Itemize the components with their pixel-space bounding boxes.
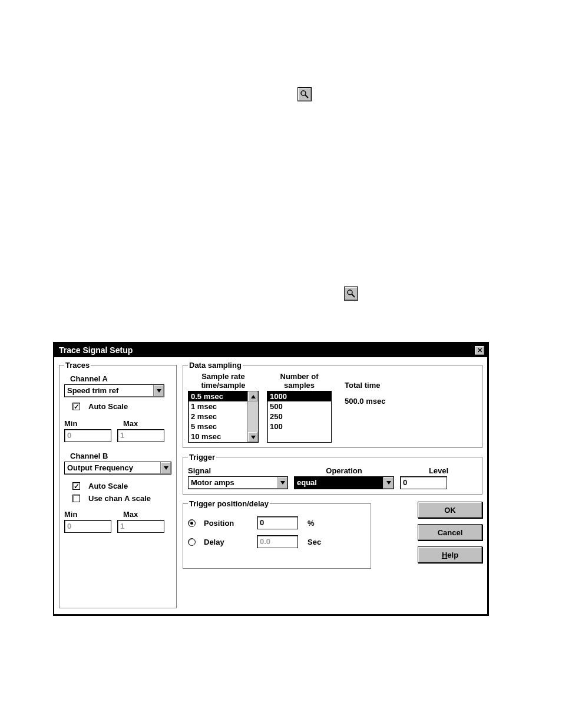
num-samples-items: 1000 500 250 100 bbox=[267, 391, 331, 442]
min-b-input[interactable]: 0 bbox=[64, 520, 111, 533]
delay-input[interactable]: 0.0 bbox=[257, 535, 298, 548]
titlebar: Trace Signal Setup ✕ bbox=[54, 343, 487, 357]
close-icon: ✕ bbox=[477, 347, 482, 354]
data-sampling-group: Data sampling Sample rate time/sample 0.… bbox=[183, 361, 482, 448]
sample-rate-header: Sample rate time/sample bbox=[188, 372, 259, 390]
dropdown-icon bbox=[277, 477, 287, 489]
cancel-button[interactable]: Cancel bbox=[418, 524, 482, 541]
list-item[interactable]: 0.5 msec bbox=[189, 391, 247, 401]
list-item[interactable]: 1 msec bbox=[189, 401, 247, 411]
dropdown-icon bbox=[153, 385, 164, 397]
channel-b-value: Output Frequency bbox=[65, 462, 160, 474]
list-item[interactable]: 10 msec bbox=[189, 431, 247, 442]
position-unit: % bbox=[308, 519, 315, 528]
list-item[interactable]: 5 msec bbox=[189, 421, 247, 431]
delay-unit: Sec bbox=[308, 538, 321, 546]
list-item[interactable]: 250 bbox=[267, 411, 331, 421]
trigger-group: Trigger Signal Operation Level Motor amp… bbox=[183, 453, 482, 495]
ok-button[interactable]: OK bbox=[418, 502, 482, 518]
scroll-up-icon[interactable] bbox=[248, 391, 258, 401]
svg-line-3 bbox=[352, 294, 355, 297]
svg-point-0 bbox=[301, 91, 306, 95]
num-samples-header: Number of samples bbox=[267, 372, 332, 390]
trigger-level-input[interactable]: 0 bbox=[400, 476, 447, 489]
sample-rate-listbox[interactable]: 0.5 msec 1 msec 2 msec 5 msec 10 msec bbox=[188, 391, 259, 443]
min-a-label: Min bbox=[64, 419, 117, 428]
max-a-label: Max bbox=[123, 419, 138, 428]
magnifier-tool-button-1[interactable] bbox=[297, 87, 312, 101]
trigger-operation-label: Operation bbox=[294, 466, 394, 475]
close-button[interactable]: ✕ bbox=[474, 345, 485, 355]
trace-signal-setup-dialog: Trace Signal Setup ✕ Traces Channel A Sp… bbox=[53, 342, 489, 616]
magnifier-icon bbox=[300, 90, 309, 99]
max-a-input[interactable]: 1 bbox=[117, 429, 164, 442]
position-radio[interactable] bbox=[188, 519, 196, 527]
total-time-value: 500.0 msec bbox=[345, 391, 477, 406]
svg-marker-7 bbox=[251, 436, 256, 439]
trigger-signal-value: Motor amps bbox=[189, 477, 277, 489]
min-a-input[interactable]: 0 bbox=[64, 429, 111, 442]
channel-b-combo[interactable]: Output Frequency bbox=[64, 462, 171, 475]
dropdown-icon bbox=[160, 462, 171, 474]
use-chan-a-scale-checkbox[interactable] bbox=[72, 495, 80, 502]
trigger-posdelay-legend: Trigger position/delay bbox=[188, 499, 270, 508]
list-item[interactable]: 2 msec bbox=[189, 411, 247, 421]
sample-rate-items: 0.5 msec 1 msec 2 msec 5 msec 10 msec bbox=[189, 391, 247, 442]
list-item[interactable]: 1000 bbox=[267, 391, 331, 401]
scroll-track[interactable] bbox=[248, 401, 258, 432]
max-b-input[interactable]: 1 bbox=[117, 520, 164, 533]
auto-scale-b-checkbox[interactable] bbox=[72, 482, 80, 490]
channel-a-label: Channel A bbox=[70, 374, 171, 383]
data-sampling-legend: Data sampling bbox=[188, 361, 243, 370]
trigger-signal-combo[interactable]: Motor amps bbox=[188, 476, 288, 489]
list-item[interactable]: 500 bbox=[267, 401, 331, 411]
dialog-title: Trace Signal Setup bbox=[59, 345, 133, 355]
svg-marker-9 bbox=[386, 481, 391, 485]
num-samples-listbox[interactable]: 1000 500 250 100 bbox=[267, 391, 332, 443]
use-chan-a-scale-label: Use chan A scale bbox=[88, 494, 151, 503]
scroll-down-icon[interactable] bbox=[248, 432, 258, 442]
trigger-signal-label: Signal bbox=[188, 466, 288, 475]
channel-b-label: Channel B bbox=[70, 452, 171, 460]
max-b-label: Max bbox=[123, 510, 138, 519]
trigger-legend: Trigger bbox=[188, 453, 216, 462]
auto-scale-b-label: Auto Scale bbox=[88, 482, 128, 490]
dropdown-icon bbox=[383, 477, 394, 489]
traces-group: Traces Channel A Speed trim ref Auto Sca… bbox=[59, 361, 177, 608]
svg-marker-6 bbox=[251, 395, 256, 398]
position-input[interactable]: 0 bbox=[257, 516, 298, 529]
svg-point-2 bbox=[348, 290, 352, 295]
position-radio-label: Position bbox=[204, 519, 251, 528]
help-button[interactable]: Help bbox=[418, 546, 482, 563]
delay-radio[interactable] bbox=[188, 538, 196, 546]
svg-line-1 bbox=[305, 95, 308, 98]
channel-a-combo[interactable]: Speed trim ref bbox=[64, 384, 164, 397]
magnifier-icon bbox=[346, 289, 356, 298]
scrollbar[interactable] bbox=[247, 391, 258, 442]
auto-scale-a-checkbox[interactable] bbox=[72, 403, 80, 410]
channel-a-value: Speed trim ref bbox=[65, 385, 153, 397]
auto-scale-a-label: Auto Scale bbox=[88, 402, 128, 411]
svg-marker-8 bbox=[280, 481, 285, 485]
svg-marker-4 bbox=[157, 389, 161, 393]
traces-legend: Traces bbox=[64, 361, 91, 370]
svg-marker-5 bbox=[164, 466, 168, 470]
delay-radio-label: Delay bbox=[204, 538, 251, 546]
min-b-label: Min bbox=[64, 510, 117, 519]
total-time-header: Total time bbox=[345, 381, 477, 390]
trigger-operation-combo[interactable]: equal bbox=[294, 476, 394, 489]
trigger-level-label: Level bbox=[400, 466, 477, 475]
list-item[interactable]: 100 bbox=[267, 421, 331, 431]
trigger-position-delay-group: Trigger position/delay Position 0 % Dela… bbox=[183, 499, 371, 569]
magnifier-tool-button-2[interactable] bbox=[344, 286, 358, 301]
trigger-operation-value: equal bbox=[295, 477, 383, 489]
